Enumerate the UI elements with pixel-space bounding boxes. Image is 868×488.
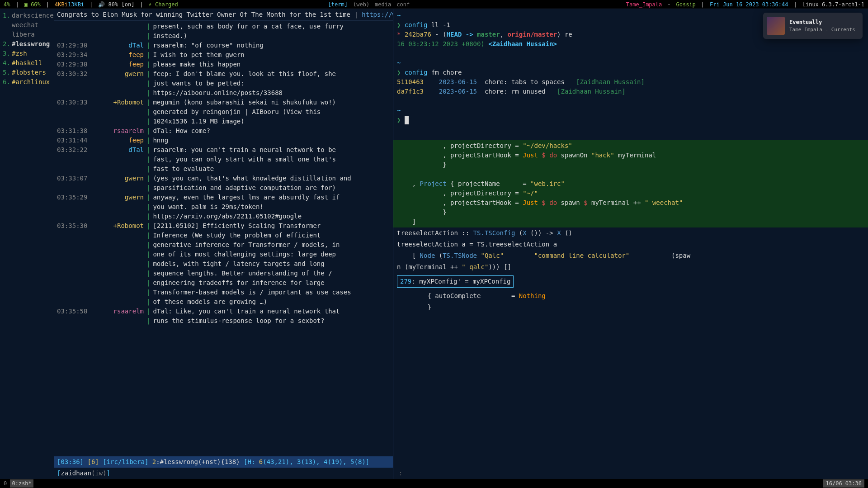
code-line: [ Node (TS.TSNode "Qalc" "command line c… bbox=[393, 250, 868, 261]
message-row: |1024x1536 1.19 MB image) bbox=[57, 117, 393, 126]
code-line: , projectDirectory = "~/" bbox=[397, 189, 864, 198]
message-row: |generative inference for Transformer / … bbox=[57, 240, 393, 250]
net-up: 13KBi bbox=[68, 1, 84, 8]
tmux-session-num: 0 bbox=[4, 479, 7, 488]
notification-subtitle: Tame Impala - Currents bbox=[789, 26, 855, 34]
weechat-statusbar: [03:36] [6] [irc/libera] 2:#lesswrong(+n… bbox=[54, 456, 393, 468]
buffer-libera[interactable]: libera bbox=[12, 30, 35, 39]
code-line: { autoComplete = Nothing bbox=[393, 290, 868, 302]
server-name[interactable]: darkscience bbox=[12, 11, 54, 20]
message-row: |instead.) bbox=[57, 31, 393, 41]
workspace-term[interactable]: [term] bbox=[328, 0, 348, 9]
channel-archlinux[interactable]: #archlinux bbox=[12, 77, 50, 87]
workspace-web[interactable]: (web) bbox=[353, 0, 369, 9]
message-row: 03:31:44feep|hnng bbox=[57, 136, 393, 145]
channel-topic: Congrats to Elon Musk for winning Twitte… bbox=[54, 9, 393, 21]
code-line: } bbox=[397, 160, 864, 170]
message-row: |of these models are growing …) bbox=[57, 297, 393, 307]
code-line: , Project { projectName = "web.irc" bbox=[397, 179, 864, 189]
message-row: |Inference (We study the problem of effi… bbox=[57, 231, 393, 240]
terminal-cursor bbox=[405, 116, 409, 124]
message-row: |sparsification and adaptive computation… bbox=[57, 183, 393, 193]
channel-lobsters[interactable]: #lobsters bbox=[12, 68, 46, 77]
top-statusbar: 4% | ▣ 66% | 4KBi13KBi | 🔊 80% [on] | ⚡ … bbox=[0, 0, 868, 9]
git-log-row: da7f1c3 2023-06-15 chore: rm unused [Zai… bbox=[397, 87, 864, 96]
message-row: |Transformer-based models is / important… bbox=[57, 288, 393, 297]
message-row: |generated by reingonjin | AIBooru (View… bbox=[57, 107, 393, 117]
message-row: 03:29:34feep|I wish to pet them gwern bbox=[57, 50, 393, 60]
message-row: |just wants to be petted: bbox=[57, 79, 393, 88]
message-row: |present, such as body fur or a cat face… bbox=[57, 22, 393, 31]
message-row: |one of its most challenging settings: l… bbox=[57, 250, 393, 259]
irc-pane: 1.darkscience weechat libera 2.#lesswron… bbox=[0, 9, 393, 479]
message-log[interactable]: |present, such as body fur or a cat face… bbox=[54, 21, 393, 456]
battery-pct: 66% bbox=[31, 1, 41, 8]
power-state: Charged bbox=[155, 1, 178, 8]
message-row: 03:35:30+Robomot|[2211.05102] Efficientl… bbox=[57, 221, 393, 231]
code-line: , projectDirectory = "~/dev/hacks" bbox=[397, 141, 864, 151]
clock: Fri Jun 16 2023 03:36:44 bbox=[710, 0, 788, 9]
message-row: 03:30:33+Robomot|megumin (kono subarashi… bbox=[57, 98, 393, 107]
weechat-input[interactable]: [zaidhaan(iw)] bbox=[54, 468, 393, 479]
kernel-version: Linux 6.3.7-arch1-1 bbox=[802, 0, 864, 9]
now-playing-artist: Tame_Impala bbox=[626, 0, 662, 9]
code-line: , projectStartHook = Just $ do spawnOn "… bbox=[397, 151, 864, 160]
code-line bbox=[397, 170, 864, 179]
tmux-statusbar: 0 0:zsh* 16/06 03:36 bbox=[0, 479, 868, 488]
channel-list: 1.darkscience weechat libera 2.#lesswron… bbox=[0, 9, 54, 479]
workspace-media[interactable]: media bbox=[375, 0, 391, 9]
channel-lesswrong[interactable]: #lesswrong bbox=[12, 39, 50, 49]
message-row: 03:29:30dTal|rsaarelm: "of course" nothi… bbox=[57, 41, 393, 50]
git-log-row: 5110463 2023-06-15 chore: tabs to spaces… bbox=[397, 77, 864, 87]
notification-title: Eventually bbox=[789, 18, 855, 26]
workspace-conf[interactable]: conf bbox=[396, 0, 410, 9]
buffer-weechat[interactable]: weechat bbox=[12, 20, 38, 30]
message-row: 03:30:32gwern|feep: I don't blame you. l… bbox=[57, 69, 393, 79]
code-line: treeselectAction :: TS.TSConfig (X ()) -… bbox=[393, 227, 868, 239]
message-row: 03:32:22dTal|rsaarelm: you can't train a… bbox=[57, 145, 393, 155]
music-notification[interactable]: Eventually Tame Impala - Currents bbox=[763, 13, 863, 39]
code-line: } bbox=[393, 302, 868, 313]
message-row: |fast, you can only start with a small o… bbox=[57, 155, 393, 164]
code-editor[interactable]: , projectDirectory = "~/dev/hacks" , pro… bbox=[393, 140, 868, 479]
terminal-pane: ~ ❯ config ll -1 * 242ba76 - (HEAD -> ma… bbox=[393, 9, 868, 479]
volume: 80% [on] bbox=[108, 1, 135, 8]
code-line: n (myTerminal ++ " qalc"))) [] bbox=[393, 261, 868, 273]
message-row: |models, with tight / latency targets an… bbox=[57, 259, 393, 269]
tmux-clock: 16/06 03:36 bbox=[823, 479, 864, 488]
message-row: 03:29:38feep|please make this happen bbox=[57, 60, 393, 69]
message-row: 03:35:58rsaarelm|dTal: Like, you can't t… bbox=[57, 307, 393, 316]
code-highlight-box: 279: myXPConfig' = myXPConfig bbox=[397, 275, 514, 288]
message-row: |https://arxiv.org/abs/2211.05102#google bbox=[57, 212, 393, 221]
channel-haskell[interactable]: #haskell bbox=[12, 58, 42, 68]
message-row: 03:33:07gwern|(yes you can, that's what … bbox=[57, 174, 393, 183]
message-row: 03:31:38rsaarelm|dTal: How come? bbox=[57, 126, 393, 136]
code-line: } bbox=[397, 208, 864, 217]
pane-colon: : bbox=[396, 469, 405, 478]
code-line: ] bbox=[397, 217, 864, 227]
tmux-window[interactable]: 0:zsh* bbox=[10, 479, 33, 488]
album-art bbox=[767, 17, 785, 35]
channel-zsh[interactable]: #zsh bbox=[12, 49, 27, 58]
net-down: 4KBi bbox=[55, 1, 68, 8]
cpu-usage: 4% bbox=[4, 0, 10, 9]
message-row: |you want. palm is 29ms/token! bbox=[57, 202, 393, 212]
message-row: |runs the stimulus-response loop for a s… bbox=[57, 316, 393, 326]
message-row: 03:35:29gwern|anyway, even the largest l… bbox=[57, 193, 393, 202]
message-row: |https://aibooru.online/posts/33688 bbox=[57, 88, 393, 98]
code-line: , projectStartHook = Just $ do spawn $ m… bbox=[397, 198, 864, 208]
message-row: |sequence lengths. Better understanding … bbox=[57, 269, 393, 278]
code-line: treeselectAction a = TS.treeselectAction… bbox=[393, 239, 868, 250]
message-row: |fast to evaluate bbox=[57, 164, 393, 174]
message-row: |engineering tradeoffs for inference for… bbox=[57, 278, 393, 288]
now-playing-track: Gossip bbox=[676, 0, 696, 9]
